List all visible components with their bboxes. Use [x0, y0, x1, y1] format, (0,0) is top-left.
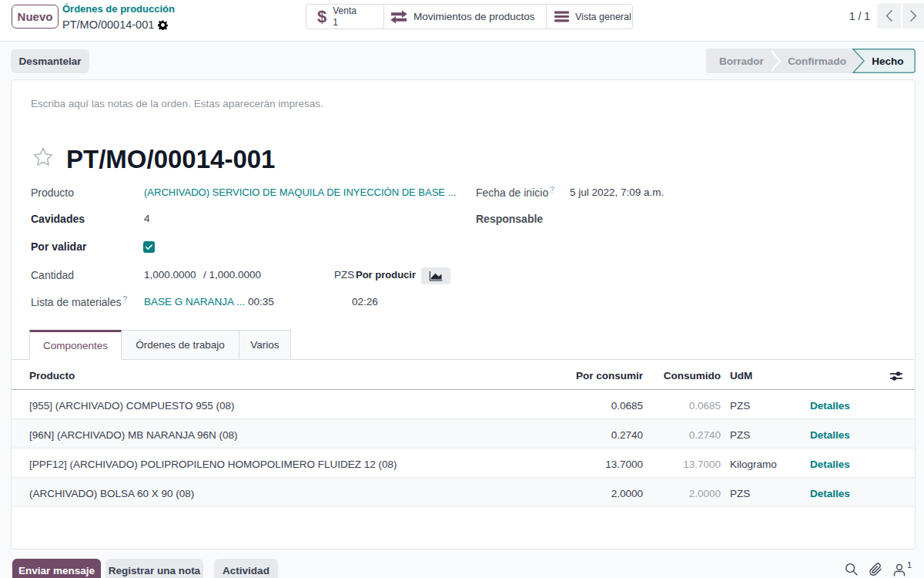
- svg-text:Hecho: Hecho: [872, 55, 903, 67]
- svg-text:Confirmado: Confirmado: [788, 55, 846, 67]
- svg-text:Borrador: Borrador: [719, 55, 765, 67]
